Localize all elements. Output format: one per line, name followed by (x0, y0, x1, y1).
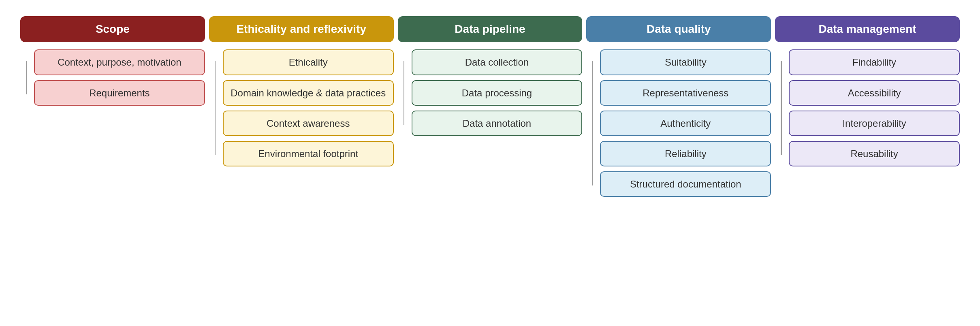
header-ethics: Ethicality and reflexivity (209, 16, 394, 42)
diagram: ScopeContext, purpose, motivationRequire… (8, 8, 972, 318)
bracket-wrapper-pipeline: Data collectionData processingData annot… (398, 49, 583, 136)
item-management-0: Findability (789, 49, 960, 75)
item-scope-0: Context, purpose, motivation (34, 49, 205, 75)
item-management-3: Reusability (789, 141, 960, 166)
items-list-pipeline: Data collectionData processingData annot… (412, 49, 583, 136)
item-ethics-2: Context awareness (223, 111, 394, 136)
bracket-line-quality (586, 49, 598, 197)
header-scope: Scope (20, 16, 205, 42)
item-ethics-1: Domain knowledge & data practices (223, 80, 394, 106)
bracket-line-scope (20, 49, 32, 105)
bracket-wrapper-ethics: EthicalityDomain knowledge & data practi… (209, 49, 394, 166)
bracket-line-management (775, 49, 786, 166)
item-management-2: Interoperability (789, 111, 960, 136)
column-ethics: Ethicality and reflexivityEthicalityDoma… (209, 16, 394, 166)
column-quality: Data qualitySuitabilityRepresentativenes… (586, 16, 771, 197)
item-quality-2: Authenticity (600, 111, 771, 136)
column-pipeline: Data pipelineData collectionData process… (398, 16, 583, 136)
item-pipeline-2: Data annotation (412, 111, 583, 136)
header-pipeline: Data pipeline (398, 16, 583, 42)
item-quality-3: Reliability (600, 141, 771, 166)
bracket-wrapper-quality: SuitabilityRepresentativenessAuthenticit… (586, 49, 771, 197)
item-pipeline-0: Data collection (412, 49, 583, 75)
items-list-scope: Context, purpose, motivationRequirements (34, 49, 205, 105)
column-management: Data managementFindabilityAccessibilityI… (775, 16, 960, 166)
item-scope-1: Requirements (34, 80, 205, 106)
item-pipeline-1: Data processing (412, 80, 583, 106)
item-quality-0: Suitability (600, 49, 771, 75)
item-quality-1: Representativeness (600, 80, 771, 106)
item-quality-4: Structured documentation (600, 171, 771, 197)
item-management-1: Accessibility (789, 80, 960, 106)
item-ethics-3: Environmental footprint (223, 141, 394, 166)
item-ethics-0: Ethicality (223, 49, 394, 75)
items-list-quality: SuitabilityRepresentativenessAuthenticit… (600, 49, 771, 197)
header-management: Data management (775, 16, 960, 42)
bracket-line-ethics (209, 49, 220, 166)
items-list-ethics: EthicalityDomain knowledge & data practi… (223, 49, 394, 166)
bracket-wrapper-management: FindabilityAccessibilityInteroperability… (775, 49, 960, 166)
column-scope: ScopeContext, purpose, motivationRequire… (20, 16, 205, 106)
bracket-wrapper-scope: Context, purpose, motivationRequirements (20, 49, 205, 105)
bracket-line-pipeline (398, 49, 409, 136)
items-list-management: FindabilityAccessibilityInteroperability… (789, 49, 960, 166)
header-quality: Data quality (586, 16, 771, 42)
